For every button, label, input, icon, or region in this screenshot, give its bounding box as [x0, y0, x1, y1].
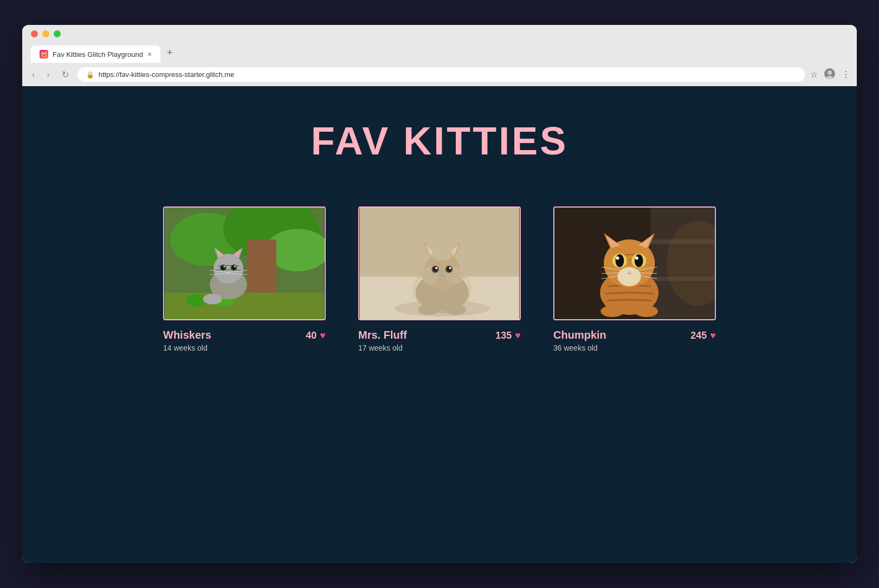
svg-point-48: [447, 267, 452, 272]
svg-point-44: [431, 248, 453, 261]
bookmark-icon[interactable]: ☆: [810, 69, 818, 80]
cat-likes-count-chumpkin: 245: [690, 330, 707, 341]
svg-point-85: [600, 305, 624, 317]
cat-age-whiskers: 14 weeks old: [163, 344, 211, 352]
svg-point-23: [234, 266, 236, 267]
maximize-traffic-light[interactable]: [54, 30, 61, 37]
cat-image-whiskers[interactable]: [163, 206, 326, 320]
cats-grid: Whiskers 14 weeks old 40 ♥: [163, 206, 716, 352]
cat-name-whiskers: Whiskers: [163, 329, 211, 341]
svg-point-74: [616, 256, 619, 260]
cat-card-chumpkin: Chumpkin 36 weeks old 245 ♥: [553, 206, 716, 352]
cat-age-chumpkin: 36 weeks old: [553, 344, 606, 352]
heart-icon-whiskers: ♥: [320, 330, 326, 341]
svg-point-13: [214, 254, 243, 283]
svg-point-22: [223, 266, 225, 267]
svg-point-29: [203, 294, 222, 305]
svg-point-73: [635, 254, 643, 267]
cat-name-mrsfluff: Mrs. Fluff: [358, 329, 407, 341]
cat-name-section-whiskers: Whiskers 14 weeks old: [163, 329, 211, 352]
new-tab-button[interactable]: +: [163, 43, 177, 63]
tab-close-button[interactable]: ×: [147, 50, 152, 59]
svg-point-49: [435, 267, 437, 269]
tab-bar: 🐱 Fav Kitties Glitch Playground × +: [31, 43, 848, 63]
tab-favicon: 🐱: [40, 50, 48, 59]
address-right-icons: ☆ ⋮: [810, 68, 850, 81]
cat-likes-count-mrsfluff: 135: [495, 330, 512, 341]
url-text: https://fav-kitties-compress-starter.gli…: [99, 70, 235, 79]
svg-point-57: [445, 305, 466, 315]
cat-card-mrsfluff: Mrs. Fluff 17 weeks old 135 ♥: [358, 206, 521, 352]
svg-point-50: [449, 267, 451, 269]
cat-age-mrsfluff: 17 weeks old: [358, 344, 407, 352]
cat-name-chumpkin: Chumpkin: [553, 329, 606, 341]
cat-likes-count-whiskers: 40: [306, 330, 316, 341]
page-content: FAV KITTIES: [22, 86, 857, 563]
traffic-lights: [31, 30, 848, 37]
page-title: FAV KITTIES: [311, 119, 568, 163]
svg-point-72: [616, 254, 624, 267]
cat-likes-whiskers[interactable]: 40 ♥: [306, 329, 326, 341]
heart-icon-chumpkin: ♥: [710, 330, 716, 341]
cat-info-row-chumpkin: Chumpkin 36 weeks old 245 ♥: [553, 329, 716, 352]
svg-point-47: [432, 267, 438, 272]
cat-info-row-mrsfluff: Mrs. Fluff 17 weeks old 135 ♥: [358, 329, 521, 352]
cat-info-row-whiskers: Whiskers 14 weeks old 40 ♥: [163, 329, 326, 352]
svg-point-56: [418, 305, 440, 315]
forward-button[interactable]: ›: [43, 69, 53, 81]
svg-point-75: [635, 256, 638, 260]
cat-image-chumpkin[interactable]: [553, 206, 716, 320]
browser-chrome: 🐱 Fav Kitties Glitch Playground × +: [22, 25, 857, 63]
reload-button[interactable]: ↻: [59, 68, 72, 81]
svg-point-86: [635, 305, 658, 317]
minimize-traffic-light[interactable]: [42, 30, 49, 37]
menu-icon[interactable]: ⋮: [842, 69, 850, 80]
cat-likes-chumpkin[interactable]: 245 ♥: [690, 329, 716, 341]
cat-likes-mrsfluff[interactable]: 135 ♥: [495, 329, 521, 341]
close-traffic-light[interactable]: [31, 30, 38, 37]
cat-image-mrsfluff[interactable]: [358, 206, 521, 320]
address-bar[interactable]: 🔒 https://fav-kitties-compress-starter.g…: [77, 67, 805, 82]
active-tab[interactable]: 🐱 Fav Kitties Glitch Playground ×: [31, 46, 160, 63]
cat-name-section-mrsfluff: Mrs. Fluff 17 weeks old: [358, 329, 407, 352]
lock-icon: 🔒: [86, 71, 94, 79]
profile-icon[interactable]: [824, 68, 835, 81]
heart-icon-mrsfluff: ♥: [515, 330, 521, 341]
cat-name-section-chumpkin: Chumpkin 36 weeks old: [553, 329, 606, 352]
address-bar-row: ‹ › ↻ 🔒 https://fav-kitties-compress-sta…: [22, 63, 857, 86]
svg-point-1: [828, 70, 832, 75]
back-button[interactable]: ‹: [29, 69, 38, 81]
browser-window: 🐱 Fav Kitties Glitch Playground × + ‹ › …: [22, 25, 857, 563]
tab-title: Fav Kitties Glitch Playground: [53, 50, 143, 59]
cat-card-whiskers: Whiskers 14 weeks old 40 ♥: [163, 206, 326, 352]
